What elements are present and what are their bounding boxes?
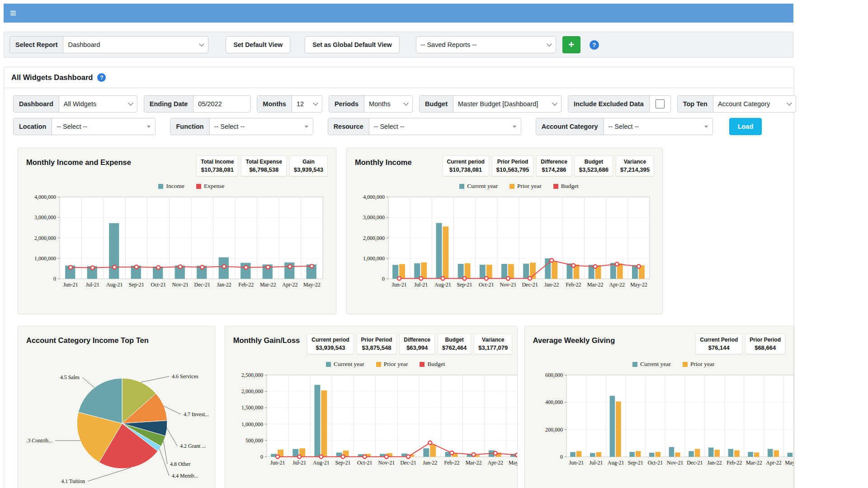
svg-text:May-22: May-22 (785, 460, 794, 466)
svg-text:Sep-21: Sep-21 (335, 460, 350, 466)
svg-text:1,000,000: 1,000,000 (241, 421, 263, 427)
legend-swatch-icon (376, 362, 381, 367)
filter-label: Account Category (536, 118, 604, 135)
svg-text:Sep-21: Sep-21 (628, 460, 643, 466)
svg-text:4,000,000: 4,000,000 (34, 194, 56, 200)
account-category-select[interactable]: -- Select -- (604, 118, 712, 135)
function-select[interactable]: -- Select -- (210, 118, 313, 135)
svg-text:200,000: 200,000 (545, 427, 563, 433)
legend-label: Prior year (384, 361, 408, 368)
filter-include-excluded-group: Include Excluded Data (568, 95, 671, 113)
periods-value: Months (369, 100, 391, 108)
stat-box: Difference$174,286 (536, 155, 572, 176)
legend-label: Current year (640, 361, 671, 368)
legend-swatch-icon (632, 362, 637, 367)
add-saved-report-button[interactable]: + (562, 36, 580, 53)
load-button[interactable]: Load (729, 118, 762, 135)
dashboard-filter-value: All Widgets (64, 100, 97, 108)
set-global-default-view-button[interactable]: Set as Global Default View (305, 36, 400, 53)
location-select[interactable]: -- Select -- (52, 118, 155, 135)
svg-text:4.3 Contrib...: 4.3 Contrib... (26, 437, 52, 444)
svg-text:3,000,000: 3,000,000 (363, 214, 385, 221)
stat-box: Variance$3,177,079 (474, 333, 512, 354)
filter-label: Budget (420, 96, 453, 112)
top-ten-select[interactable]: Account Category (713, 96, 796, 112)
months-select[interactable]: 12 (292, 96, 322, 112)
svg-text:Nov-21: Nov-21 (500, 282, 517, 288)
legend-item: Budget (553, 183, 579, 190)
legend-swatch-icon (196, 184, 201, 189)
function-value: -- Select -- (214, 123, 245, 130)
legend-item: Current year (459, 183, 498, 190)
stat-box: Current period$3,939,543 (307, 333, 354, 354)
stat-value: $10,563,795 (496, 166, 529, 173)
legend-label: Current year (334, 361, 364, 368)
legend-item: Prior year (509, 183, 542, 190)
stat-value: $68,664 (750, 344, 781, 351)
top-ten-pie-chart: 4.6 Services4.7 Invest...4.2 Grant ...4.… (26, 347, 207, 488)
dashboard-help-icon[interactable]: ? (97, 73, 106, 82)
filter-top-ten-group: Top Ten Account Category (677, 95, 796, 113)
svg-text:2,000,000: 2,000,000 (241, 388, 263, 394)
stat-value: $10,738,081 (201, 166, 234, 173)
chart-legend: Current yearPrior year (562, 361, 785, 368)
widget-title: Monthly Gain/Loss (233, 336, 300, 345)
legend-label: Prior year (517, 183, 542, 190)
svg-text:Aug-21: Aug-21 (313, 460, 330, 466)
stat-value: $3,177,079 (478, 344, 508, 351)
stat-box: Total Income$10,738,081 (196, 155, 238, 176)
months-value: 12 (297, 100, 304, 108)
svg-text:Dec-21: Dec-21 (522, 282, 538, 288)
svg-text:Jul-21: Jul-21 (86, 282, 99, 288)
stat-box: Current Period$76,144 (695, 333, 742, 354)
filter-label: Resource (328, 118, 369, 135)
budget-select[interactable]: Master Budget [Dashboard] (453, 96, 561, 112)
svg-text:May-22: May-22 (630, 282, 647, 288)
svg-text:Jul-21: Jul-21 (589, 460, 603, 466)
periods-select[interactable]: Months (364, 96, 412, 112)
svg-text:Oct-21: Oct-21 (479, 282, 494, 288)
svg-text:Sep-21: Sep-21 (129, 282, 144, 288)
chevron-down-icon (199, 41, 204, 46)
legend-swatch-icon (553, 184, 558, 189)
filter-months-group: Months 12 (257, 95, 322, 113)
widget-monthly-income: Monthly Income Current period$10,738,081… (346, 148, 663, 314)
ending-date-field-wrap (193, 96, 250, 112)
stat-label: Total Expense (245, 159, 282, 165)
svg-text:Jun-21: Jun-21 (569, 460, 584, 466)
svg-text:Dec-21: Dec-21 (400, 460, 416, 466)
stat-label: Prior Period (496, 159, 529, 165)
toolbar-help-icon[interactable]: ? (590, 40, 599, 50)
stat-label: Current Period (700, 337, 738, 343)
stat-value: $63,994 (404, 344, 430, 351)
chart-legend: Current yearPrior yearBudget (262, 361, 509, 368)
stat-label: Current period (311, 337, 349, 343)
svg-text:400,000: 400,000 (545, 399, 563, 405)
chart-canvas: 0500,0001,000,0001,500,0002,000,0002,500… (233, 371, 518, 469)
filter-label: Months (257, 96, 292, 112)
stat-value: $10,738,081 (447, 166, 485, 173)
filter-resource-group: Resource -- Select -- (328, 118, 521, 135)
filter-row-2: Location -- Select -- Function -- Select… (13, 118, 785, 135)
report-select[interactable]: Dashboard (63, 37, 208, 53)
monthly-income-chart: Current yearPrior yearBudget01,000,0002,… (355, 183, 654, 291)
caret-down-icon (305, 126, 308, 128)
legend-label: Expense (204, 183, 225, 190)
caret-down-icon (704, 126, 708, 128)
hamburger-menu-icon[interactable]: ≡ (10, 8, 16, 19)
stat-value: $3,939,543 (294, 166, 323, 173)
ending-date-input[interactable] (198, 100, 245, 108)
legend-swatch-icon (158, 184, 163, 189)
svg-text:600,000: 600,000 (545, 372, 563, 378)
stat-value: $3,939,543 (311, 344, 349, 351)
resource-select[interactable]: -- Select -- (369, 118, 521, 135)
set-default-view-button[interactable]: Set Default View (226, 36, 290, 53)
saved-reports-select[interactable]: -- Saved Reports -- (416, 36, 556, 53)
include-excluded-checkbox[interactable] (656, 99, 665, 108)
stat-label: Gain (294, 159, 323, 165)
chevron-down-icon (313, 100, 318, 105)
svg-text:Jan-22: Jan-22 (423, 460, 437, 466)
widget-account-category-top-ten: Account Category Income Top Ten 4.6 Serv… (18, 326, 215, 488)
dashboard-filter-select[interactable]: All Widgets (59, 96, 137, 112)
widgets-row-2: Account Category Income Top Ten 4.6 Serv… (18, 326, 794, 488)
